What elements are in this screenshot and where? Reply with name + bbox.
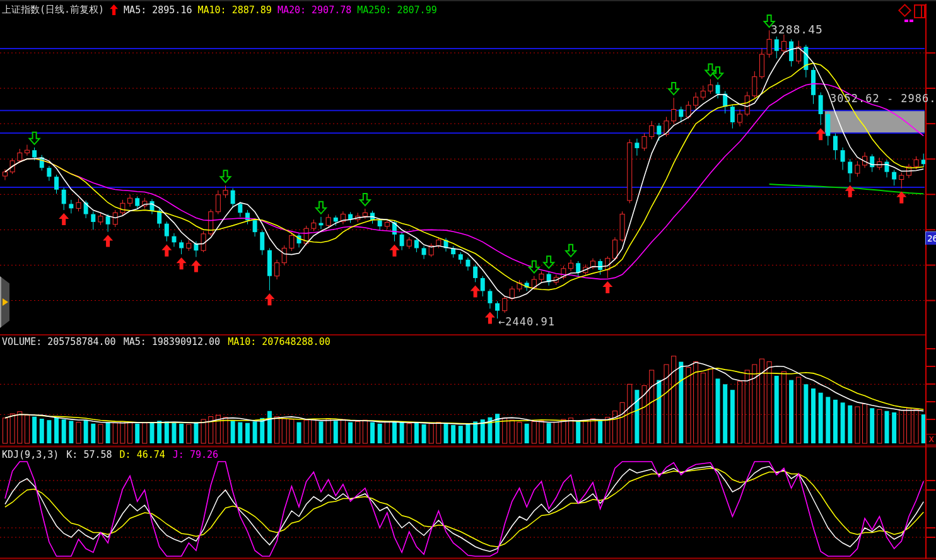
low-price-label: ←2440.91 — [498, 315, 555, 328]
volume-ma5-value: MA5: 198390912.00 — [124, 336, 221, 347]
magenta-marker-dot — [904, 20, 908, 22]
ma5-value: MA5: 2895.16 — [124, 4, 192, 16]
ma20-value: MA20: 2907.78 — [278, 4, 351, 16]
kdj-header: KDJ(9,3,3) K: 57.58 D: 46.74 J: 79.26 — [2, 449, 218, 460]
up-arrow-icon — [110, 4, 118, 15]
ma250-value: MA250: 2807.99 — [357, 4, 436, 16]
window-layout-icon[interactable] — [914, 4, 925, 18]
volume-ma10-value: MA10: 207648288.00 — [228, 336, 331, 347]
top-border — [0, 0, 936, 1]
kdj-j-value: J: 79.26 — [173, 449, 218, 460]
expand-panel-tab[interactable] — [0, 276, 9, 328]
volume-value: VOLUME: 205758784.00 — [2, 336, 116, 347]
price-tag-badge: 26 — [925, 231, 936, 245]
kdj-k-value: K: 57.58 — [66, 449, 112, 460]
index-title: 上证指数(日线.前复权) — [2, 4, 104, 16]
kdj-name: KDJ(9,3,3) — [2, 449, 59, 460]
main-chart-header: 上证指数(日线.前复权) MA5: 2895.16 MA10: 2887.89 … — [2, 4, 437, 16]
magenta-marker-dot — [910, 20, 913, 22]
stock-app-window: 上证指数(日线.前复权) MA5: 2895.16 MA10: 2887.89 … — [0, 0, 936, 560]
charts-canvas[interactable] — [0, 0, 936, 560]
window-pane-divider — [921, 6, 922, 17]
right-triangle-icon — [3, 298, 8, 306]
volume-header: VOLUME: 205758784.00 MA5: 198390912.00 M… — [2, 336, 331, 347]
kdj-d-value: D: 46.74 — [120, 449, 165, 460]
peak-price-label: 3288.45 — [771, 23, 823, 36]
ma10-value: MA10: 2887.89 — [197, 4, 271, 16]
close-pane-button[interactable]: X — [926, 434, 936, 445]
gap-range-label: 3052.62 - 2986.54 — [830, 92, 936, 105]
